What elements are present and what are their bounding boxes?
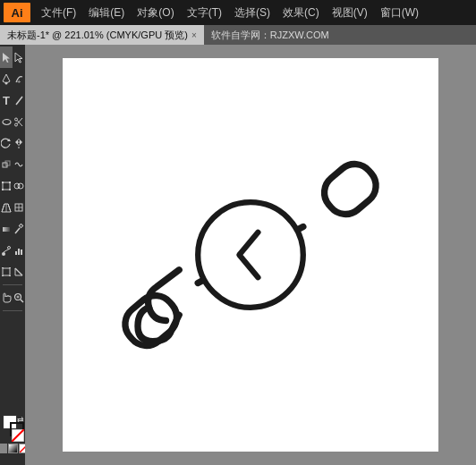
select-tool[interactable] (0, 46, 13, 68)
warp-tool[interactable] (13, 154, 25, 175)
blend-tool[interactable] (0, 240, 13, 261)
svg-rect-31 (19, 224, 22, 227)
menu-text[interactable]: 文字(T) (182, 4, 227, 22)
color-mode-row (0, 444, 25, 453)
ai-logo: Ai (4, 3, 30, 22)
svg-point-33 (2, 252, 5, 256)
svg-point-6 (15, 118, 18, 121)
tool-row-shape (0, 111, 25, 132)
tool-row-blend (0, 240, 25, 261)
none-color-indicator (12, 429, 24, 442)
tool-row-hand (0, 287, 25, 309)
svg-point-58 (198, 202, 303, 308)
svg-line-24 (2, 204, 4, 212)
slice-tool[interactable] (13, 261, 25, 283)
menu-effect[interactable]: 效果(C) (277, 4, 325, 22)
rotate-tool[interactable] (0, 132, 13, 154)
menu-file[interactable]: 文件(F) (36, 4, 81, 22)
tab-close-button[interactable]: × (191, 30, 197, 40)
tool-row-transform (0, 132, 25, 154)
mesh-tool[interactable] (13, 197, 25, 218)
toolbar: + T (0, 45, 25, 465)
svg-rect-52 (9, 444, 17, 452)
reflect-tool[interactable] (13, 132, 25, 154)
svg-line-32 (15, 228, 20, 233)
svg-rect-19 (2, 189, 4, 190)
svg-line-4 (16, 97, 22, 105)
svg-point-5 (3, 119, 11, 124)
tool-row-select (0, 46, 25, 68)
add-anchor-tool[interactable]: + (13, 68, 25, 89)
tool-row-artboard (0, 261, 25, 283)
svg-rect-39 (2, 267, 4, 268)
gradient-tool[interactable] (0, 218, 13, 240)
menu-edit[interactable]: 编辑(E) (83, 4, 130, 22)
text-tool[interactable]: T (0, 89, 13, 111)
menu-object[interactable]: 对象(O) (132, 4, 179, 22)
tab-label: 未标题-1* @ 221.01% (CMYK/GPU 预览) (7, 29, 188, 42)
pen-tool[interactable] (0, 68, 13, 89)
hand-tool[interactable] (0, 287, 13, 309)
svg-line-43 (15, 268, 22, 275)
svg-marker-13 (20, 140, 22, 145)
tool-row-text: T (0, 89, 25, 111)
svg-rect-35 (15, 251, 17, 255)
svg-point-2 (4, 81, 7, 84)
menu-view[interactable]: 视图(V) (327, 4, 373, 22)
zoom-tool[interactable] (13, 287, 25, 309)
svg-text:+: + (16, 78, 21, 85)
line-tool[interactable] (13, 89, 25, 111)
perspective-tool[interactable] (0, 197, 13, 218)
svg-rect-36 (18, 249, 20, 255)
active-tab[interactable]: 未标题-1* @ 221.01% (CMYK/GPU 预览) × (0, 25, 204, 45)
svg-rect-20 (9, 189, 11, 190)
tab-bar: 未标题-1* @ 221.01% (CMYK/GPU 预览) × 软件自学网：R… (0, 25, 476, 45)
color-section: ⇄ (0, 411, 25, 465)
no-color-btn[interactable] (19, 444, 26, 453)
scissors-tool[interactable] (13, 111, 25, 132)
color-boxes: ⇄ (1, 415, 24, 442)
artwork-svg (63, 58, 438, 452)
tool-row-perspective (0, 197, 25, 218)
svg-marker-0 (3, 53, 10, 63)
artboard-tool[interactable] (0, 261, 13, 283)
svg-point-22 (18, 183, 23, 189)
svg-rect-38 (3, 268, 10, 275)
solid-color-btn[interactable] (0, 444, 7, 453)
tool-separator (3, 284, 22, 285)
tool-separator-2 (3, 310, 22, 311)
svg-rect-56 (317, 156, 384, 222)
title-bar: Ai 文件(F) 编辑(E) 对象(O) 文字(T) 选择(S) 效果(C) 视… (0, 0, 476, 25)
svg-rect-17 (2, 182, 4, 183)
svg-rect-30 (3, 227, 10, 232)
tool-row-freetransform (0, 175, 25, 197)
svg-rect-40 (9, 267, 11, 268)
svg-rect-37 (21, 249, 22, 255)
svg-point-7 (15, 123, 18, 126)
svg-rect-41 (2, 275, 4, 276)
svg-marker-12 (15, 140, 18, 145)
svg-line-47 (21, 300, 23, 302)
svg-rect-18 (9, 182, 11, 183)
eyedropper-tool[interactable] (13, 218, 25, 240)
tool-row-scale (0, 154, 25, 175)
free-transform-tool[interactable] (0, 175, 13, 197)
svg-point-34 (8, 246, 11, 249)
scale-tool[interactable] (0, 154, 13, 175)
gradient-color-btn[interactable] (8, 444, 18, 453)
canvas-area[interactable] (25, 45, 476, 465)
main-layout: + T (0, 45, 476, 465)
menu-window[interactable]: 窗口(W) (375, 4, 424, 22)
svg-marker-1 (15, 53, 22, 63)
menu-bar: 文件(F) 编辑(E) 对象(O) 文字(T) 选择(S) 效果(C) 视图(V… (36, 4, 424, 22)
tool-row-pen: + (0, 68, 25, 89)
svg-rect-55 (117, 288, 184, 353)
shape-builder-tool[interactable] (13, 175, 25, 197)
menu-select[interactable]: 选择(S) (229, 4, 276, 22)
direct-select-tool[interactable] (13, 46, 25, 68)
svg-rect-42 (9, 275, 11, 276)
column-chart-tool[interactable] (13, 240, 25, 261)
tool-row-gradient (0, 218, 25, 240)
canvas-document (63, 58, 438, 452)
ellipse-tool[interactable] (0, 111, 13, 132)
